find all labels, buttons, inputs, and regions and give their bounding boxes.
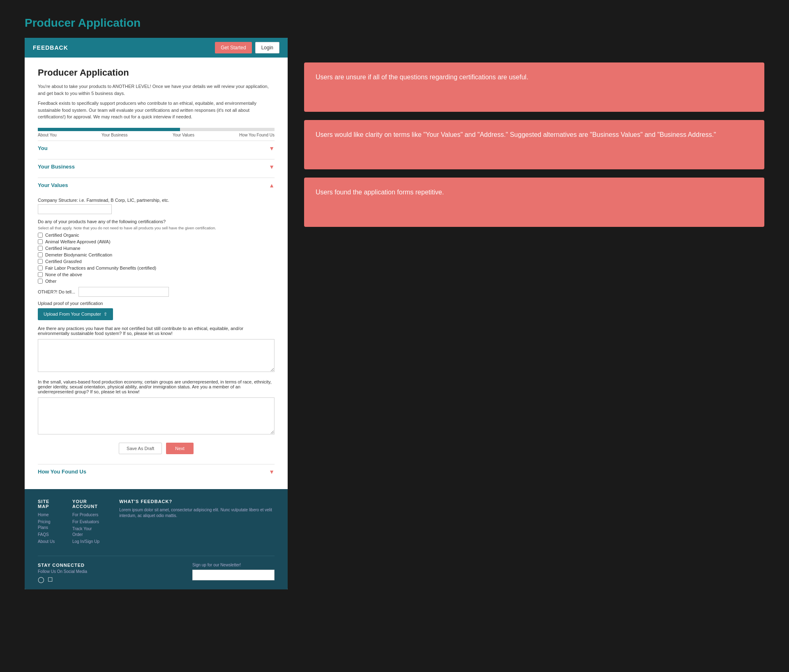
footer-account: YOUR ACCOUNT For Producers For Evaluator… (72, 499, 103, 546)
save-draft-button[interactable]: Save As Draft (119, 443, 162, 454)
values-form-content: Company Structure: i.e. Farmstead, B Cor… (38, 198, 275, 461)
other-row: OTHER?! Do tell... (38, 287, 275, 297)
underrepresented-textarea[interactable] (38, 397, 275, 434)
footer-link-producers[interactable]: For Producers (72, 512, 103, 518)
nav-buttons: Get Started Login (215, 42, 279, 53)
cert-checkbox-7[interactable] (38, 279, 43, 284)
form-container: FEEDBACK Get Started Login Producer Appl… (25, 38, 288, 589)
accordion-business-title: Your Business (38, 164, 75, 170)
cert-item-6: None of the above (38, 272, 275, 277)
cert-label-5: Fair Labor Practices and Community Benef… (45, 266, 156, 270)
cert-item-1: Animal Welfare Approved (AWA) (38, 239, 275, 244)
accordion-how-found-arrow: ▼ (269, 469, 275, 475)
cert-item-3: Demeter Biodynamic Certification (38, 252, 275, 257)
footer-about-body: Lorem ipsum dolor sit amet, consectetur … (119, 507, 275, 519)
cert-label-4: Certified Grassfed (45, 259, 82, 264)
nav-bar: FEEDBACK Get Started Login (25, 38, 288, 58)
upload-icon: ⇧ (104, 312, 107, 317)
footer-link-home[interactable]: Home (38, 512, 56, 518)
certifications-label: Do any of your products have any of the … (38, 219, 275, 224)
facebook-icon[interactable]: ☐ (48, 576, 53, 583)
footer-stay-connected: STAY CONNECTED Follow Us On Social Media… (38, 563, 87, 583)
progress-label-4: How You Found Us (239, 133, 275, 137)
accordion-values-title: Your Values (38, 182, 68, 188)
accordion-values: Your Values ▲ Company Structure: i.e. Fa… (38, 178, 275, 461)
underrepresented-label: In the small, values-based food producti… (38, 379, 275, 394)
get-started-button[interactable]: Get Started (215, 42, 251, 53)
nav-brand: FEEDBACK (33, 44, 68, 51)
accordion-values-arrow: ▲ (269, 182, 275, 189)
cert-checkbox-5[interactable] (38, 266, 43, 270)
newsletter-label: Sign up for our Newsletter! (192, 563, 275, 567)
accordion-business-header[interactable]: Your Business ▼ (38, 159, 275, 174)
accordion-you-arrow: ▼ (269, 145, 275, 152)
footer-top: SITE MAP Home Pricing Plans FAQS About U… (38, 499, 275, 546)
footer-link-login[interactable]: Log In/Sign Up (72, 539, 103, 545)
progress-label-2: Your Business (102, 133, 128, 137)
page-title: Producer Application (25, 16, 764, 30)
footer: SITE MAP Home Pricing Plans FAQS About U… (25, 489, 288, 589)
cert-item-0: Certified Organic (38, 233, 275, 238)
footer-social: ◯ ☐ (38, 576, 87, 583)
practices-textarea[interactable] (38, 339, 275, 372)
login-button[interactable]: Login (255, 42, 279, 53)
footer-link-pricing[interactable]: Pricing Plans (38, 519, 56, 531)
newsletter-section: Sign up for our Newsletter! (192, 563, 275, 580)
cert-item-5: Fair Labor Practices and Community Benef… (38, 266, 275, 270)
cert-label-1: Animal Welfare Approved (AWA) (45, 239, 111, 244)
upload-label: Upload proof of your certification (38, 301, 275, 306)
progress-section: About You Your Business Your Values How … (38, 128, 275, 137)
cert-checkbox-6[interactable] (38, 272, 43, 277)
company-structure-input[interactable] (38, 204, 112, 214)
footer-sitemap-heading: SITE MAP (38, 499, 56, 509)
upload-button[interactable]: Upload From Your Computer ⇧ (38, 308, 113, 320)
footer-bottom: STAY CONNECTED Follow Us On Social Media… (38, 563, 275, 583)
accordion-values-header[interactable]: Your Values ▲ (38, 178, 275, 193)
footer-sitemap: SITE MAP Home Pricing Plans FAQS About U… (38, 499, 56, 546)
form-desc-2: Feedback exists to specifically support … (38, 100, 275, 120)
cert-checkbox-4[interactable] (38, 259, 43, 264)
feedback-card-1: Users would like clarity on terms like "… (304, 120, 764, 169)
progress-label-1: About You (38, 133, 57, 137)
form-main-title: Producer Application (38, 67, 275, 78)
footer-about: WHAT'S FEEDBACK? Lorem ipsum dolor sit a… (119, 499, 275, 546)
cert-checkbox-3[interactable] (38, 252, 43, 257)
newsletter-input[interactable] (192, 570, 275, 580)
accordion-business-arrow: ▼ (269, 164, 275, 170)
cert-item-4: Certified Grassfed (38, 259, 275, 264)
cert-checkbox-2[interactable] (38, 246, 43, 251)
footer-about-heading: WHAT'S FEEDBACK? (119, 499, 275, 504)
cert-item-7: Other (38, 279, 275, 284)
accordion-how-found-title: How You Found Us (38, 469, 86, 475)
progress-bar-fill (38, 128, 180, 131)
accordion-how-found-header[interactable]: How You Found Us ▼ (38, 464, 275, 479)
feedback-card-0: Users are unsure if all of the questions… (304, 62, 764, 112)
instagram-icon[interactable]: ◯ (38, 576, 44, 583)
cert-label-7: Other (45, 279, 57, 284)
footer-link-evaluators[interactable]: For Evaluators (72, 519, 103, 525)
next-button[interactable]: Next (166, 443, 194, 454)
upload-button-text: Upload From Your Computer (44, 312, 101, 316)
footer-follow-label: Follow Us On Social Media (38, 569, 87, 574)
certifications-sublabel: Select all that apply. Note that you do … (38, 226, 275, 230)
cert-label-2: Certified Humane (45, 246, 81, 251)
practices-label: Are there any practices you have that ar… (38, 326, 275, 336)
feedback-card-2: Users found the application forms repeti… (304, 178, 764, 227)
footer-link-track[interactable]: Track Your Order (72, 526, 103, 538)
footer-account-heading: YOUR ACCOUNT (72, 499, 103, 509)
cert-checkbox-1[interactable] (38, 239, 43, 244)
accordion-you-header[interactable]: You ▼ (38, 141, 275, 156)
cert-item-2: Certified Humane (38, 246, 275, 251)
cert-label-0: Certified Organic (45, 233, 79, 238)
other-input[interactable] (78, 287, 169, 297)
accordion-you-title: You (38, 145, 48, 151)
footer-stay-heading: STAY CONNECTED (38, 563, 87, 568)
cards-panel: Users are unsure if all of the questions… (304, 38, 764, 227)
footer-link-about[interactable]: About Us (38, 539, 56, 545)
cert-label-3: Demeter Biodynamic Certification (45, 252, 112, 257)
progress-label-3: Your Values (173, 133, 194, 137)
cert-checkbox-0[interactable] (38, 233, 43, 238)
progress-labels: About You Your Business Your Values How … (38, 133, 275, 137)
footer-link-faqs[interactable]: FAQS (38, 532, 56, 538)
other-label: OTHER?! Do tell... (38, 289, 75, 294)
